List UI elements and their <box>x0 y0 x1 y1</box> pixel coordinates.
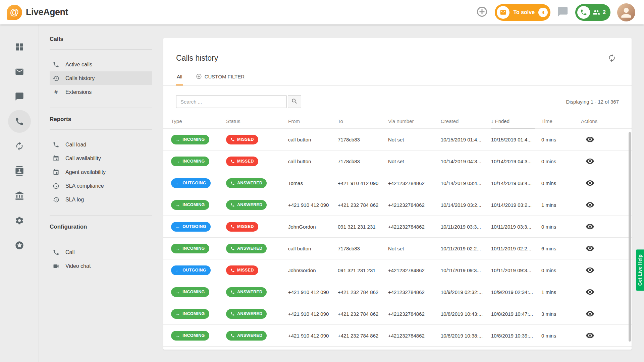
sidebar-item-call-load[interactable]: Call load <box>50 138 152 152</box>
get-live-help-tab[interactable]: Get Live Help <box>636 249 644 291</box>
view-call-button[interactable] <box>581 135 594 144</box>
create-new-button[interactable] <box>476 6 488 19</box>
arrow-right-icon: → <box>175 202 180 207</box>
icon-rail <box>0 24 39 362</box>
column-header-to[interactable]: To <box>338 118 388 128</box>
section-title: Calls <box>50 36 152 49</box>
rail-item-mail[interactable] <box>8 66 31 77</box>
table-body: →INCOMING MISSED call button 7178cb83 No… <box>163 129 632 347</box>
to-cell: 091 321 231 231 <box>338 267 388 273</box>
table-row: →INCOMING MISSED call button 7178cb83 No… <box>163 129 632 150</box>
view-call-button[interactable] <box>581 200 594 209</box>
card-header: Calls history <box>163 38 632 63</box>
sidebar-item-video-chat[interactable]: Video chat <box>50 259 152 273</box>
rail-item-phone[interactable] <box>8 116 31 127</box>
view-call-button[interactable] <box>581 244 594 253</box>
view-call-button[interactable] <box>581 331 594 340</box>
call-status-badge: ANSWERED <box>226 244 267 253</box>
column-header-from[interactable]: From <box>288 118 338 128</box>
sidebar-item-active-calls[interactable]: Active calls <box>50 58 152 71</box>
rail-item-grid[interactable] <box>8 41 31 53</box>
from-cell: +421 910 412 090 <box>288 289 338 295</box>
column-header-ended[interactable]: ↓ Ended <box>491 118 535 128</box>
sidebar-item-extensions[interactable]: # Extensions <box>50 85 152 99</box>
search-input[interactable] <box>176 95 287 108</box>
table-row: →INCOMING ANSWERED +421 910 412 090 +421… <box>163 325 632 347</box>
rail-item-chat[interactable] <box>8 91 31 102</box>
call-type-badge: →INCOMING <box>171 244 209 253</box>
sidebar-item-call-availability[interactable]: Call availability <box>50 152 152 165</box>
column-header-actions[interactable]: Actions <box>581 118 632 128</box>
section-title: Configuration <box>50 216 152 237</box>
time-cell: 0 mins <box>541 137 581 142</box>
plus-circle-icon <box>476 6 488 19</box>
chats-button[interactable] <box>557 6 569 18</box>
column-header-status[interactable]: Status <box>226 118 288 128</box>
call-status-badge: MISSED <box>226 265 258 275</box>
actions-cell <box>581 331 632 340</box>
view-call-button[interactable] <box>581 157 594 166</box>
eye-icon <box>586 135 594 144</box>
column-header-type[interactable]: Type <box>171 118 226 128</box>
call-status-badge: ANSWERED <box>226 287 267 297</box>
calls-history-card: Calls history AllCUSTOM FILTER Displayin… <box>163 38 632 350</box>
search-button[interactable] <box>288 95 301 108</box>
status-cell: ANSWERED <box>226 200 288 210</box>
to-cell: +421 910 412 090 <box>338 180 388 186</box>
rail-item-star[interactable] <box>8 240 31 251</box>
to-solve-button[interactable]: To solve 4 <box>495 4 550 21</box>
call-type-badge: ←OUTGOING <box>171 178 211 188</box>
sidebar-item-sla-log[interactable]: SLA log <box>50 193 152 206</box>
brand-logo[interactable]: @ LiveAgent <box>7 5 68 20</box>
column-header-time[interactable]: Time <box>541 118 581 128</box>
tab-custom-filter[interactable]: CUSTOM FILTER <box>195 73 245 85</box>
from-cell: JohnGordon <box>288 267 338 273</box>
via-number-cell: +421232784862 <box>388 333 441 339</box>
rail-item-refresh[interactable] <box>8 140 31 152</box>
column-header-via-number[interactable]: Via number <box>388 118 441 128</box>
view-call-button[interactable] <box>581 222 594 231</box>
created-cell: 10/11/2019 03:3... <box>441 224 491 230</box>
hash-icon: # <box>52 89 60 95</box>
refresh-button[interactable] <box>607 54 616 63</box>
call-type-badge: ←OUTGOING <box>171 265 211 275</box>
table-row: →INCOMING ANSWERED +421 910 412 090 +421… <box>163 194 632 216</box>
ended-cell: 10/14/2019 03:4... <box>491 180 541 186</box>
call-status-badge: MISSED <box>226 135 258 144</box>
to-cell: 7178cb83 <box>338 137 388 142</box>
rail-item-contacts[interactable] <box>8 165 31 177</box>
view-call-button[interactable] <box>581 309 594 318</box>
column-header-created[interactable]: Created <box>441 118 491 128</box>
via-number-cell: +421232784862 <box>388 289 441 295</box>
sidebar-item-agent-availability[interactable]: Agent availability <box>50 165 152 179</box>
type-cell: →INCOMING <box>171 244 226 253</box>
user-avatar[interactable] <box>617 3 635 21</box>
tab-all[interactable]: All <box>176 73 183 85</box>
via-number-cell: +421232784862 <box>388 202 441 208</box>
sidebar-item-sla-compliance[interactable]: SLA compliance <box>50 179 152 193</box>
call-type-badge: ←OUTGOING <box>171 222 211 232</box>
phone-icon <box>52 61 60 68</box>
active-calls-button[interactable]: 2 <box>575 4 610 21</box>
view-call-button[interactable] <box>581 288 594 296</box>
eye-icon <box>586 157 594 166</box>
phone-icon <box>15 117 24 126</box>
ended-cell: 10/8/2019 10:39:... <box>491 333 541 339</box>
table-scrollbar[interactable] <box>629 132 631 342</box>
arrow-left-icon: ← <box>175 224 180 229</box>
rail-item-bank[interactable] <box>8 190 31 201</box>
status-cell: MISSED <box>226 135 288 144</box>
sidebar-item-call[interactable]: Call <box>50 245 152 259</box>
rail-item-gear[interactable] <box>8 215 31 226</box>
sidebar-item-calls-history[interactable]: Calls history <box>50 71 152 85</box>
envelope-icon <box>497 6 509 19</box>
from-cell: call button <box>288 137 338 142</box>
from-cell: call button <box>288 246 338 251</box>
view-call-button[interactable] <box>581 266 594 275</box>
sidebar-item-label: Active calls <box>65 62 92 68</box>
eye-icon <box>586 309 594 318</box>
arrow-left-icon: ← <box>175 181 180 185</box>
table-row: →INCOMING ANSWERED +421 910 412 090 +421… <box>163 281 632 303</box>
addcircle-icon <box>196 73 202 79</box>
view-call-button[interactable] <box>581 179 594 187</box>
